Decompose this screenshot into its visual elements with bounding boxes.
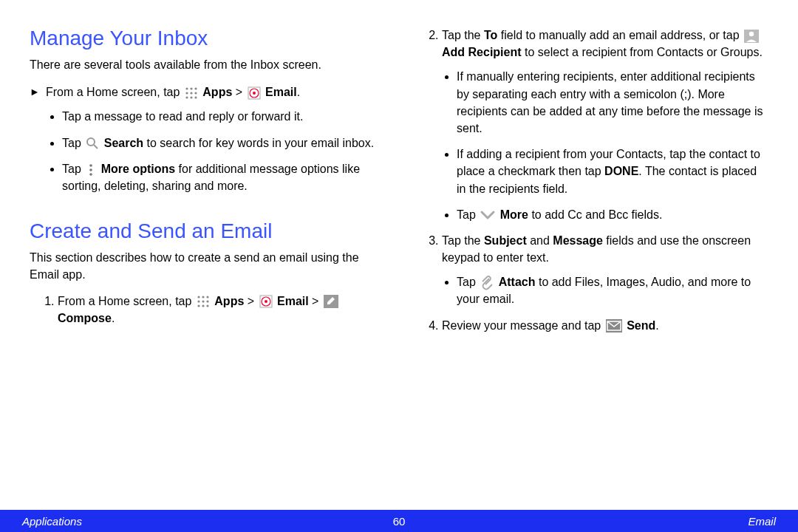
sub-bullet-item: Tap More to add Cc and Bcc fields.	[457, 206, 768, 223]
sub-bullets: Tap Attach to add Files, Images, Audio, …	[457, 273, 768, 307]
svg-point-1	[185, 87, 188, 89]
svg-point-4	[185, 92, 188, 94]
svg-point-12	[253, 92, 256, 95]
footer-bar: Applications 60 Email	[0, 510, 798, 532]
svg-point-17	[89, 173, 92, 176]
apps-icon	[185, 86, 198, 100]
svg-point-13	[87, 138, 95, 146]
footer-left: Applications	[22, 515, 82, 528]
svg-point-24	[197, 305, 200, 307]
sub-bullet-item: If adding a recipient from your Contacts…	[457, 146, 768, 197]
compose-icon	[324, 295, 338, 308]
more-options-icon	[86, 163, 96, 177]
svg-point-3	[194, 87, 197, 89]
svg-point-19	[202, 296, 204, 299]
svg-point-5	[190, 92, 192, 94]
sub-bullets: If manually entering recipients, enter a…	[457, 68, 768, 223]
chevron-down-icon	[480, 209, 495, 221]
bullet-list: Tap a message to read and reply or forwa…	[62, 108, 384, 194]
intro-text-2: This section describes how to create a s…	[30, 249, 384, 283]
svg-point-25	[202, 305, 204, 307]
arrow-icon: ►	[30, 83, 46, 100]
sub-bullet-item: Tap Attach to add Files, Images, Audio, …	[457, 273, 768, 307]
left-column: Manage Your Inbox There are several tool…	[30, 22, 384, 343]
svg-point-26	[206, 305, 208, 307]
steps-list-right: Tap the To field to manually add an emai…	[442, 27, 768, 334]
apps-icon	[197, 295, 210, 308]
bullet-item: Tap More options for additional message …	[62, 160, 384, 194]
svg-point-7	[185, 96, 188, 98]
step-item: Tap the To field to manually add an emai…	[442, 27, 768, 223]
bullet-item: Tap Search to search for key words in yo…	[62, 134, 384, 151]
send-icon	[606, 319, 622, 332]
svg-point-9	[194, 96, 197, 98]
search-icon	[86, 137, 99, 150]
instruction-row: ► From a Home screen, tap Apps > Email.	[30, 83, 384, 100]
svg-point-15	[89, 164, 92, 167]
instruction-text: From a Home screen, tap Apps > Email.	[46, 83, 384, 100]
svg-point-21	[197, 301, 200, 303]
heading-manage-inbox: Manage Your Inbox	[30, 27, 384, 50]
steps-list-left: From a Home screen, tap Apps > Email > C…	[58, 293, 384, 327]
step-item: From a Home screen, tap Apps > Email > C…	[58, 293, 384, 327]
svg-point-6	[194, 92, 197, 94]
svg-point-16	[89, 168, 92, 171]
svg-point-29	[265, 300, 267, 303]
email-icon	[259, 295, 273, 308]
step-item: Tap the Subject and Message fields and u…	[442, 232, 768, 308]
sub-bullet-item: If manually entering recipients, enter a…	[457, 68, 768, 137]
svg-point-18	[197, 296, 200, 299]
svg-point-22	[202, 301, 204, 303]
footer-right: Email	[748, 515, 776, 528]
svg-line-14	[94, 145, 98, 149]
bullet-item: Tap a message to read and reply or forwa…	[62, 108, 384, 125]
svg-point-23	[206, 301, 208, 303]
svg-point-8	[190, 96, 192, 98]
svg-point-2	[190, 87, 192, 89]
step-item: Review your message and tap Send.	[442, 317, 768, 334]
svg-point-32	[749, 32, 754, 36]
contact-icon	[744, 30, 759, 43]
email-icon	[248, 86, 261, 100]
right-column: Tap the To field to manually add an emai…	[414, 22, 768, 343]
svg-point-20	[206, 296, 208, 299]
attach-icon	[480, 276, 494, 290]
intro-text: There are several tools available from t…	[30, 56, 384, 73]
heading-create-send: Create and Send an Email	[30, 219, 384, 243]
page-number: 60	[393, 515, 406, 528]
